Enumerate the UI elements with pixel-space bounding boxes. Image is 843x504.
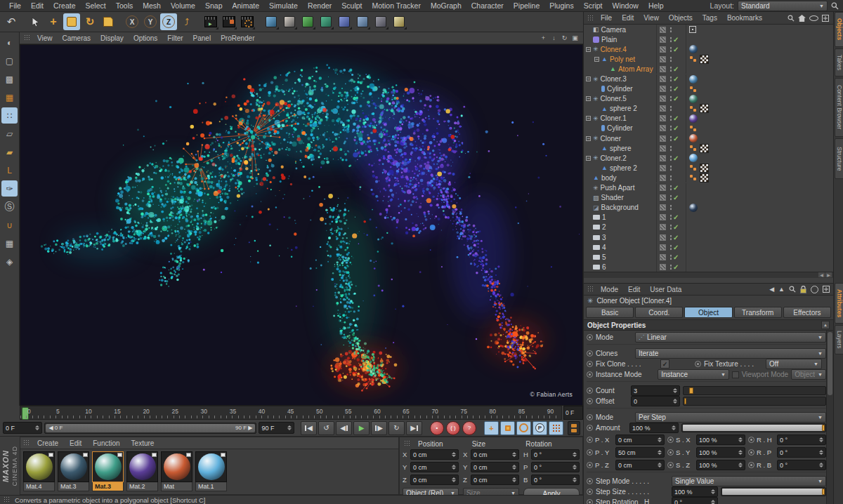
tree-row[interactable]: −✳Cloner.1✓ (584, 114, 833, 124)
material-checkbox[interactable] (83, 453, 88, 457)
lock-y-icon[interactable]: Y (142, 13, 159, 30)
layer-chip[interactable] (656, 54, 668, 64)
object-menu-file[interactable]: File (596, 14, 617, 22)
tab-object[interactable]: Object (684, 307, 732, 318)
keyframe-dot-icon[interactable] (587, 350, 593, 357)
tree-row[interactable]: 2✓ (584, 223, 833, 232)
move-icon[interactable]: + (45, 13, 62, 30)
rotation-b-field[interactable]: 0 ° (531, 475, 580, 485)
viewport-menu-filter[interactable]: Filter (162, 34, 188, 42)
expand-icon[interactable]: − (586, 96, 591, 101)
stepper-icon[interactable] (35, 425, 39, 430)
preview-range-slider[interactable]: ◀ 0 F 90 F ▶ (44, 423, 256, 434)
menu-create[interactable]: Create (48, 1, 81, 10)
stepper-icon[interactable] (452, 477, 456, 482)
psr-field[interactable]: 50 cm (615, 447, 665, 458)
menu-simulate[interactable]: Simulate (264, 1, 303, 10)
keyframe-presets-button[interactable] (568, 421, 580, 435)
keyframe-dot-icon[interactable] (667, 449, 674, 456)
history-back-icon[interactable]: ◀ (769, 286, 774, 293)
points-mode-icon[interactable]: ∷ (1, 107, 18, 124)
material-item[interactable]: Mat.3 (92, 451, 124, 491)
deformers-icon[interactable] (318, 13, 334, 30)
layer-chip[interactable] (656, 104, 668, 114)
attribute-scrollbar[interactable] (826, 331, 833, 504)
tree-row[interactable]: ▲sphere 2 (584, 163, 833, 173)
menu-mograph[interactable]: MoGraph (426, 1, 466, 10)
viewport-menu-display[interactable]: Display (96, 34, 129, 42)
step-size-field[interactable]: 100 % (672, 486, 718, 497)
rotation-h-field[interactable]: 0 ° (531, 449, 580, 460)
menu-character[interactable]: Character (466, 1, 509, 10)
menu-volume[interactable]: Volume (166, 1, 200, 10)
keyframe-dot-icon[interactable] (587, 437, 593, 443)
scale-icon[interactable] (63, 13, 80, 30)
tree-row[interactable]: ▲sphere (584, 143, 833, 153)
stepper-icon[interactable] (452, 452, 456, 457)
layer-chip[interactable] (656, 153, 668, 163)
psr-field[interactable]: 0 cm (615, 435, 665, 445)
previous-frame-button[interactable]: ◀ (336, 421, 352, 435)
object-menu-edit[interactable]: Edit (617, 14, 639, 22)
material-thumbnail[interactable] (23, 451, 55, 482)
layer-chip[interactable] (656, 124, 668, 133)
keyframe-dot-icon[interactable] (667, 437, 674, 443)
current-frame-field[interactable]: 0 F (3, 422, 42, 434)
edges-mode-icon[interactable]: ▱ (1, 126, 18, 142)
menu-tools[interactable]: Tools (111, 1, 138, 10)
tree-row[interactable]: 4✓ (584, 242, 833, 252)
layer-chip[interactable] (656, 252, 668, 262)
layer-chip[interactable] (656, 213, 668, 223)
panel-tab-takes[interactable]: Takes (835, 48, 843, 77)
keyframe-dot-icon[interactable] (587, 387, 593, 394)
position-y-field[interactable]: 0 cm (410, 462, 459, 472)
visibility-toggles[interactable] (668, 143, 686, 153)
record-options-button[interactable]: ? (462, 421, 476, 435)
object-menu-bookmarks[interactable]: Bookmarks (722, 14, 767, 22)
visibility-toggles[interactable]: ✓ (668, 124, 686, 133)
checker-tag-icon[interactable] (700, 164, 709, 173)
environment-icon[interactable] (336, 13, 353, 30)
stepper-icon[interactable] (512, 452, 516, 457)
zoom-view-icon[interactable]: ↓ (550, 34, 558, 41)
instance-mode-dropdown[interactable]: Instance▼ (658, 369, 729, 380)
amount-slider[interactable] (681, 423, 826, 432)
keyframe-dot-icon[interactable] (587, 334, 593, 340)
play-backwards-button[interactable]: ↺ (318, 421, 334, 435)
menu-select[interactable]: Select (81, 1, 111, 10)
amount-field[interactable]: 100 % (629, 423, 679, 433)
material-thumbnail[interactable] (58, 451, 89, 482)
material-tag[interactable] (689, 45, 698, 53)
tree-row[interactable]: −▲Poly net (584, 54, 833, 64)
menu-script[interactable]: Script (579, 1, 608, 10)
viewport-menu-cameras[interactable]: Cameras (58, 34, 96, 42)
visibility-toggles[interactable]: ✓ (668, 94, 686, 104)
tab-transform[interactable]: Transform (734, 307, 782, 318)
visibility-toggles[interactable] (668, 54, 686, 64)
keyframe-dot-icon[interactable] (587, 398, 593, 404)
visibility-toggles[interactable]: ✓ (668, 252, 686, 262)
tree-row[interactable]: ◧Camera (584, 25, 833, 34)
tree-row[interactable]: ▲Atom Array✓ (584, 64, 833, 74)
menu-plugins[interactable]: Plugins (544, 1, 578, 10)
attribute-menu-edit[interactable]: Edit (623, 286, 645, 293)
fix-clone-checkbox[interactable]: ✓ (660, 359, 669, 369)
object-manager-hscrollbar[interactable]: ◀▶ (584, 272, 833, 278)
ruler-frame-box[interactable]: 0 F (563, 406, 583, 420)
psr-field[interactable]: 0 cm (615, 460, 665, 470)
tree-row[interactable]: −✳Cloner.5✓ (584, 94, 833, 104)
keyframe-dot-icon[interactable] (587, 449, 593, 456)
menu-edit[interactable]: Edit (26, 1, 48, 10)
checker-tag-icon[interactable] (700, 173, 709, 183)
visibility-toggles[interactable] (668, 163, 686, 173)
layer-chip[interactable] (656, 173, 668, 183)
expand-icon[interactable]: − (586, 116, 591, 121)
material-item[interactable]: Mat.1 (195, 451, 227, 491)
material-checkbox[interactable] (117, 453, 122, 457)
step-size-slider[interactable] (721, 487, 826, 496)
track-mode-icon[interactable] (811, 286, 818, 293)
record-keyframes-button[interactable]: • (430, 421, 444, 435)
material-checkbox[interactable] (152, 453, 157, 457)
expand-icon[interactable]: − (594, 57, 599, 62)
tree-row[interactable]: ▲sphere 2 (584, 104, 833, 114)
